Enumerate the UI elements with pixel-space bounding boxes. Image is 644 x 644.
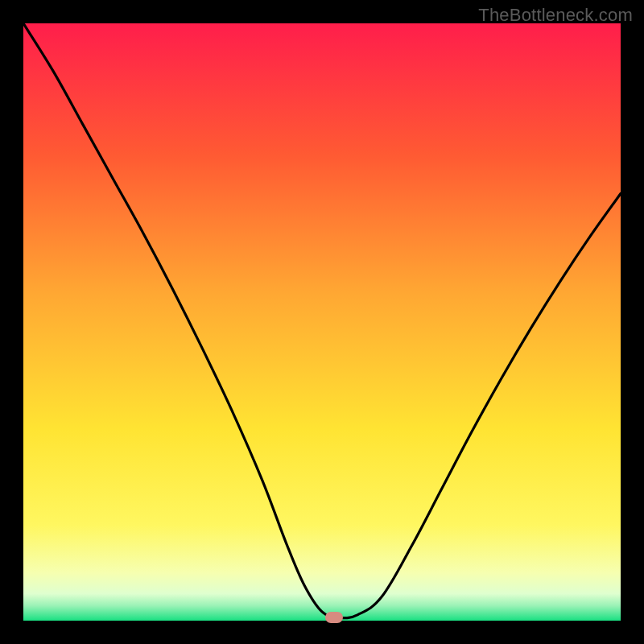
chart-svg: [23, 23, 621, 621]
chart-frame: TheBottleneck.com: [0, 0, 644, 644]
watermark-text: TheBottleneck.com: [478, 5, 633, 26]
plot-area: [23, 23, 621, 621]
gradient-background: [23, 23, 621, 621]
optimal-marker: [325, 612, 343, 623]
